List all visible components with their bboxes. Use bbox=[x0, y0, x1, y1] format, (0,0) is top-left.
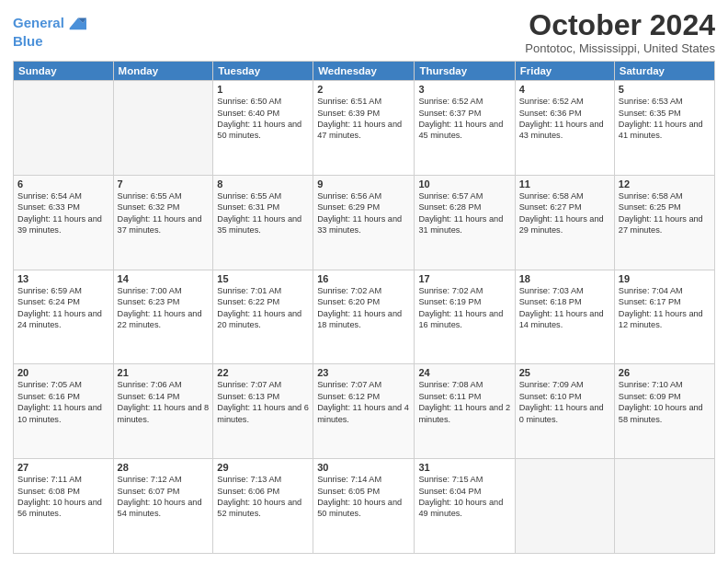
sunrise-text: Sunrise: 6:58 AM bbox=[519, 190, 610, 201]
calendar-cell: 13Sunrise: 6:59 AMSunset: 6:24 PMDayligh… bbox=[14, 270, 114, 364]
sunrise-text: Sunrise: 6:59 AM bbox=[17, 285, 109, 296]
day-number: 15 bbox=[217, 273, 309, 284]
sunrise-text: Sunrise: 7:05 AM bbox=[17, 379, 109, 390]
sunrise-text: Sunrise: 7:04 AM bbox=[619, 285, 711, 296]
calendar-cell: 2Sunrise: 6:51 AMSunset: 6:39 PMDaylight… bbox=[313, 81, 415, 176]
day-number: 23 bbox=[317, 367, 410, 378]
sunset-text: Sunset: 6:11 PM bbox=[418, 391, 510, 402]
daylight-text: Daylight: 11 hours and 0 minutes. bbox=[519, 402, 610, 425]
day-number: 14 bbox=[118, 273, 210, 284]
daylight-text: Daylight: 11 hours and 43 minutes. bbox=[519, 119, 610, 142]
sunset-text: Sunset: 6:12 PM bbox=[317, 391, 410, 402]
sunrise-text: Sunrise: 7:11 AM bbox=[17, 474, 109, 485]
sunrise-text: Sunrise: 6:53 AM bbox=[619, 96, 711, 107]
daylight-text: Daylight: 11 hours and 24 minutes. bbox=[17, 308, 109, 331]
daylight-text: Daylight: 10 hours and 54 minutes. bbox=[118, 497, 210, 520]
sunset-text: Sunset: 6:37 PM bbox=[418, 108, 510, 119]
sunrise-text: Sunrise: 6:55 AM bbox=[217, 190, 309, 201]
day-number: 19 bbox=[619, 273, 711, 284]
sunset-text: Sunset: 6:08 PM bbox=[17, 486, 109, 497]
daylight-text: Daylight: 11 hours and 16 minutes. bbox=[418, 308, 510, 331]
daylight-text: Daylight: 10 hours and 56 minutes. bbox=[17, 497, 109, 520]
day-number: 1 bbox=[217, 84, 309, 95]
daylight-text: Daylight: 11 hours and 37 minutes. bbox=[118, 213, 210, 236]
sunrise-text: Sunrise: 7:02 AM bbox=[418, 285, 510, 296]
weekday-header-monday: Monday bbox=[113, 62, 213, 81]
sunset-text: Sunset: 6:10 PM bbox=[519, 391, 610, 402]
day-number: 12 bbox=[619, 178, 711, 190]
calendar-cell: 22Sunrise: 7:07 AMSunset: 6:13 PMDayligh… bbox=[213, 364, 313, 459]
daylight-text: Daylight: 11 hours and 50 minutes. bbox=[217, 119, 309, 142]
daylight-text: Daylight: 11 hours and 2 minutes. bbox=[418, 402, 510, 425]
sunrise-text: Sunrise: 7:06 AM bbox=[118, 379, 210, 390]
sunrise-text: Sunrise: 6:52 AM bbox=[519, 96, 610, 107]
weekday-header-wednesday: Wednesday bbox=[313, 62, 415, 81]
calendar-cell: 26Sunrise: 7:10 AMSunset: 6:09 PMDayligh… bbox=[614, 364, 714, 459]
sunset-text: Sunset: 6:33 PM bbox=[17, 201, 109, 213]
weekday-header-row: SundayMondayTuesdayWednesdayThursdayFrid… bbox=[14, 62, 715, 81]
day-number: 31 bbox=[418, 462, 510, 473]
calendar-cell: 7Sunrise: 6:55 AMSunset: 6:32 PMDaylight… bbox=[113, 175, 213, 270]
weekday-header-friday: Friday bbox=[515, 62, 614, 81]
calendar-cell: 31Sunrise: 7:15 AMSunset: 6:04 PMDayligh… bbox=[415, 459, 515, 554]
sunset-text: Sunset: 6:14 PM bbox=[118, 391, 210, 402]
week-row-4: 20Sunrise: 7:05 AMSunset: 6:16 PMDayligh… bbox=[14, 364, 715, 459]
location: Pontotoc, Mississippi, United States bbox=[525, 41, 715, 55]
calendar-cell: 21Sunrise: 7:06 AMSunset: 6:14 PMDayligh… bbox=[113, 364, 213, 459]
sunrise-text: Sunrise: 6:55 AM bbox=[118, 190, 210, 201]
day-number: 18 bbox=[519, 273, 610, 284]
day-number: 3 bbox=[418, 84, 510, 95]
daylight-text: Daylight: 11 hours and 27 minutes. bbox=[619, 213, 711, 236]
header: General Blue October 2024 Pontotoc, Miss… bbox=[13, 9, 715, 55]
sunset-text: Sunset: 6:17 PM bbox=[619, 296, 711, 307]
day-number: 8 bbox=[217, 178, 309, 190]
daylight-text: Daylight: 11 hours and 47 minutes. bbox=[317, 119, 410, 142]
sunrise-text: Sunrise: 7:08 AM bbox=[418, 379, 510, 390]
sunset-text: Sunset: 6:40 PM bbox=[217, 108, 309, 119]
day-number: 22 bbox=[217, 367, 309, 378]
month-title: October 2024 bbox=[525, 9, 715, 41]
sunrise-text: Sunrise: 7:02 AM bbox=[317, 285, 410, 296]
sunrise-text: Sunrise: 7:07 AM bbox=[317, 379, 410, 390]
daylight-text: Daylight: 11 hours and 35 minutes. bbox=[217, 213, 309, 236]
week-row-3: 13Sunrise: 6:59 AMSunset: 6:24 PMDayligh… bbox=[14, 270, 715, 364]
sunrise-text: Sunrise: 6:51 AM bbox=[317, 96, 410, 107]
sunrise-text: Sunrise: 7:00 AM bbox=[118, 285, 210, 296]
day-number: 13 bbox=[17, 273, 109, 284]
sunset-text: Sunset: 6:36 PM bbox=[519, 108, 610, 119]
week-row-1: 1Sunrise: 6:50 AMSunset: 6:40 PMDaylight… bbox=[14, 81, 715, 176]
week-row-2: 6Sunrise: 6:54 AMSunset: 6:33 PMDaylight… bbox=[14, 175, 715, 270]
calendar-cell: 8Sunrise: 6:55 AMSunset: 6:31 PMDaylight… bbox=[213, 175, 313, 270]
calendar-cell: 1Sunrise: 6:50 AMSunset: 6:40 PMDaylight… bbox=[213, 81, 313, 176]
day-number: 4 bbox=[519, 84, 610, 95]
daylight-text: Daylight: 11 hours and 39 minutes. bbox=[17, 213, 109, 236]
sunset-text: Sunset: 6:24 PM bbox=[17, 296, 109, 307]
day-number: 5 bbox=[619, 84, 711, 95]
daylight-text: Daylight: 11 hours and 33 minutes. bbox=[317, 213, 410, 236]
daylight-text: Daylight: 11 hours and 12 minutes. bbox=[619, 308, 711, 331]
daylight-text: Daylight: 11 hours and 20 minutes. bbox=[217, 308, 309, 331]
calendar-cell bbox=[14, 81, 114, 176]
weekday-header-tuesday: Tuesday bbox=[213, 62, 313, 81]
day-number: 24 bbox=[418, 367, 510, 378]
daylight-text: Daylight: 11 hours and 4 minutes. bbox=[317, 402, 410, 425]
daylight-text: Daylight: 10 hours and 50 minutes. bbox=[317, 497, 410, 520]
sunrise-text: Sunrise: 7:01 AM bbox=[217, 285, 309, 296]
sunrise-text: Sunrise: 6:50 AM bbox=[217, 96, 309, 107]
logo-text: General bbox=[13, 16, 64, 31]
calendar-cell: 12Sunrise: 6:58 AMSunset: 6:25 PMDayligh… bbox=[614, 175, 714, 270]
day-number: 25 bbox=[519, 367, 610, 378]
sunrise-text: Sunrise: 6:56 AM bbox=[317, 190, 410, 201]
calendar-cell: 10Sunrise: 6:57 AMSunset: 6:28 PMDayligh… bbox=[415, 175, 515, 270]
daylight-text: Daylight: 11 hours and 41 minutes. bbox=[619, 119, 711, 142]
weekday-header-thursday: Thursday bbox=[415, 62, 515, 81]
calendar-cell: 28Sunrise: 7:12 AMSunset: 6:07 PMDayligh… bbox=[113, 459, 213, 554]
sunset-text: Sunset: 6:07 PM bbox=[118, 486, 210, 497]
calendar-cell: 4Sunrise: 6:52 AMSunset: 6:36 PMDaylight… bbox=[515, 81, 614, 176]
calendar-cell: 27Sunrise: 7:11 AMSunset: 6:08 PMDayligh… bbox=[14, 459, 114, 554]
day-number: 29 bbox=[217, 462, 309, 473]
calendar-cell bbox=[113, 81, 213, 176]
calendar-cell: 24Sunrise: 7:08 AMSunset: 6:11 PMDayligh… bbox=[415, 364, 515, 459]
daylight-text: Daylight: 10 hours and 58 minutes. bbox=[619, 402, 711, 425]
sunrise-text: Sunrise: 7:03 AM bbox=[519, 285, 610, 296]
